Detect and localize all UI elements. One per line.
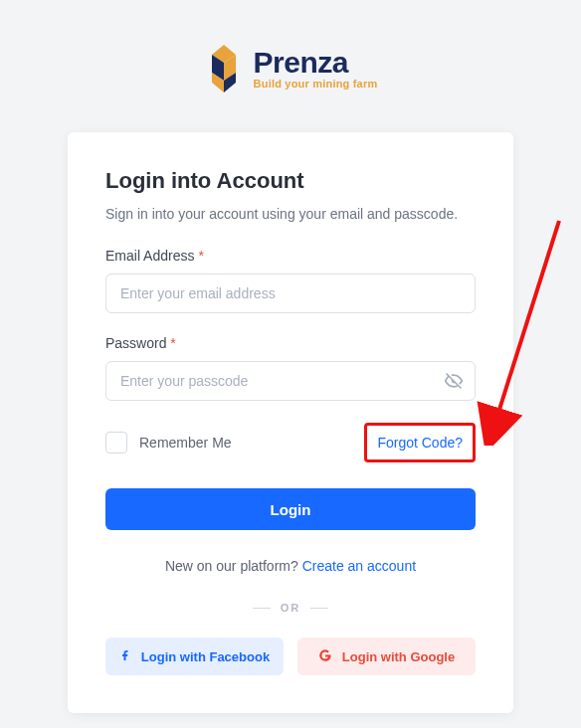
social-login-row: Login with Facebook Login with Google [105,637,476,675]
remember-me[interactable]: Remember Me [105,432,232,454]
remember-label: Remember Me [139,435,232,451]
divider: OR [105,602,476,614]
password-field-group: Password * [105,335,476,401]
brand-logo: Prenza Build your mining farm [204,45,378,92]
card-subtitle: Sign in into your account using your ema… [105,206,476,222]
google-button-label: Login with Google [342,649,455,664]
brand-tagline: Build your mining farm [254,78,378,90]
divider-line [310,608,328,609]
login-button[interactable]: Login [105,488,476,530]
facebook-button-label: Login with Facebook [141,649,270,664]
login-facebook-button[interactable]: Login with Facebook [105,637,284,675]
forgot-code-highlight: Forgot Code? [364,423,476,462]
create-account-link[interactable]: Create an account [302,558,416,574]
google-icon [318,648,332,665]
options-row: Remember Me Forgot Code? [105,423,476,462]
brand-name: Prenza [254,48,378,78]
forgot-code-link[interactable]: Forgot Code? [377,435,463,451]
facebook-icon [119,648,131,665]
divider-line [253,608,271,609]
password-label-text: Password [105,335,166,351]
brand-mark-icon [204,45,244,92]
password-input[interactable] [105,361,476,401]
login-google-button[interactable]: Login with Google [297,637,476,675]
card-title: Login into Account [105,168,476,194]
required-mark: * [170,335,175,351]
divider-label: OR [281,602,301,614]
email-field-group: Email Address * [105,248,476,313]
password-label: Password * [105,335,476,351]
page: Prenza Build your mining farm Login into… [0,0,581,713]
remember-checkbox[interactable] [105,432,127,454]
toggle-password-visibility-icon[interactable] [444,371,464,391]
email-label: Email Address * [105,248,476,264]
create-account-prefix: New on our platform? [165,558,302,574]
email-input[interactable] [105,273,476,313]
required-mark: * [198,248,203,264]
login-card: Login into Account Sign in into your acc… [68,132,513,713]
email-label-text: Email Address [105,248,194,264]
create-account-row: New on our platform? Create an account [105,558,476,574]
